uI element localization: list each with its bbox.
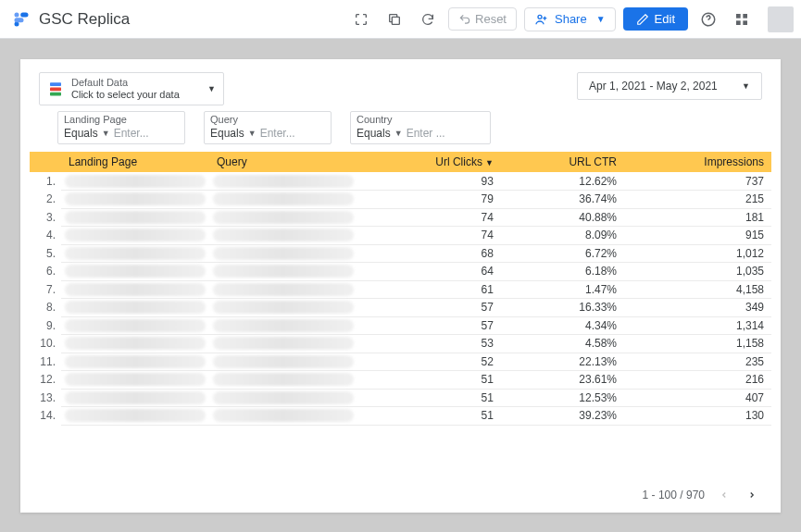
svg-rect-11 (50, 82, 61, 86)
cell-url-ctr: 12.62% (501, 172, 624, 191)
apps-icon[interactable] (729, 6, 755, 32)
copy-icon[interactable] (382, 6, 407, 32)
cell-url-clicks: 79 (357, 191, 501, 209)
data-selector-line1: Default Data (71, 77, 200, 89)
cell-url-ctr: 4.58% (501, 335, 624, 353)
cell-impressions: 407 (624, 389, 771, 407)
user-avatar[interactable] (768, 6, 794, 32)
row-index: 8. (30, 299, 61, 317)
refresh-icon[interactable] (415, 6, 441, 32)
col-url-clicks[interactable]: Url Clicks▼ (357, 152, 501, 172)
col-landing-page[interactable]: Landing Page (61, 152, 209, 172)
cell-landing-page (61, 407, 209, 426)
col-impressions[interactable]: Impressions (624, 152, 771, 172)
cell-url-clicks: 52 (357, 353, 501, 371)
svg-rect-8 (743, 14, 747, 19)
cell-query (209, 316, 357, 335)
table-row[interactable]: 10.534.58%1,158 (30, 335, 771, 353)
cell-impressions: 215 (624, 191, 771, 209)
svg-point-5 (538, 15, 542, 19)
cell-query (209, 244, 357, 263)
date-range-picker[interactable]: Apr 1, 2021 - May 2, 2021 ▼ (577, 72, 762, 100)
edit-label: Edit (655, 12, 675, 26)
row-index: 13. (30, 389, 61, 407)
cell-impressions: 1,035 (624, 263, 771, 281)
datastudio-logo-icon (11, 9, 31, 30)
table-row[interactable]: 1.9312.62%737 (30, 172, 771, 191)
cell-impressions: 4,158 (624, 280, 771, 299)
cell-landing-page (61, 299, 209, 317)
cell-impressions: 130 (624, 407, 771, 426)
pencil-icon (636, 13, 649, 26)
share-icon (534, 12, 549, 27)
cell-url-clicks: 74 (357, 208, 501, 227)
cell-url-ctr: 4.34% (501, 316, 624, 335)
pager-text: 1 - 100 / 970 (643, 489, 705, 501)
cell-landing-page (61, 244, 209, 263)
table-row[interactable]: 14.5139.23%130 (30, 407, 771, 426)
table-row[interactable]: 6.646.18%1,035 (30, 263, 771, 281)
col-url-ctr[interactable]: URL CTR (501, 152, 624, 172)
edit-button[interactable]: Edit (623, 7, 688, 31)
cell-landing-page (61, 353, 209, 371)
cell-query (209, 191, 357, 209)
cell-url-ctr: 6.72% (501, 244, 624, 263)
filter-value-input[interactable]: Enter... (260, 127, 325, 140)
data-selector[interactable]: Default Data Click to select your data ▼ (39, 72, 224, 105)
table-row[interactable]: 8.5716.33%349 (30, 299, 771, 317)
cell-landing-page (61, 371, 209, 390)
reset-button: Reset (448, 7, 517, 31)
filter-row: Landing Page Equals▼ Enter... Query Equa… (20, 105, 781, 152)
row-index: 14. (30, 407, 61, 426)
filter-country[interactable]: Country Equals▼ Enter ... (350, 111, 491, 144)
svg-rect-4 (392, 17, 399, 24)
chevron-down-icon: ▼ (596, 14, 606, 24)
share-button[interactable]: Share ▼ (524, 7, 616, 31)
cell-impressions: 737 (624, 172, 771, 191)
filter-landing-page[interactable]: Landing Page Equals▼ Enter... (57, 111, 185, 144)
col-query[interactable]: Query (209, 152, 357, 172)
cell-url-clicks: 64 (357, 263, 501, 281)
pager-next-button[interactable] (744, 487, 760, 503)
row-index: 1. (30, 172, 61, 191)
chevron-down-icon: ▼ (742, 81, 750, 91)
table-header-row: Landing Page Query Url Clicks▼ URL CTR I… (30, 152, 771, 172)
cell-url-ctr: 8.09% (501, 227, 624, 245)
data-table: Landing Page Query Url Clicks▼ URL CTR I… (30, 152, 771, 513)
cell-query (209, 371, 357, 390)
table-row[interactable]: 2.7936.74%215 (30, 191, 771, 209)
fullscreen-icon[interactable] (348, 6, 374, 32)
cell-query (209, 172, 357, 191)
table-row[interactable]: 9.574.34%1,314 (30, 316, 771, 335)
cell-url-ctr: 22.13% (501, 353, 624, 371)
table-row[interactable]: 3.7440.88%181 (30, 208, 771, 227)
cell-url-ctr: 40.88% (501, 208, 624, 227)
svg-rect-12 (50, 88, 61, 92)
cell-landing-page (61, 316, 209, 335)
cell-landing-page (61, 191, 209, 209)
cell-impressions: 915 (624, 227, 771, 245)
cell-impressions: 216 (624, 371, 771, 390)
cell-query (209, 208, 357, 227)
filter-value-input[interactable]: Enter... (114, 127, 179, 140)
table-row[interactable]: 4.748.09%915 (30, 227, 771, 245)
cell-url-clicks: 68 (357, 244, 501, 263)
help-icon[interactable] (695, 6, 721, 32)
cell-url-clicks: 51 (357, 389, 501, 407)
cell-query (209, 299, 357, 317)
cell-url-ctr: 1.47% (501, 280, 624, 299)
report-title[interactable]: GSC Replica (39, 10, 348, 29)
chevron-down-icon: ▼ (207, 84, 216, 93)
table-row[interactable]: 7.611.47%4,158 (30, 280, 771, 299)
table-row[interactable]: 12.5123.61%216 (30, 371, 771, 390)
cell-url-ctr: 16.33% (501, 299, 624, 317)
table-row[interactable]: 5.686.72%1,012 (30, 244, 771, 263)
cell-landing-page (61, 263, 209, 281)
filter-label: Country (357, 114, 484, 125)
filter-query[interactable]: Query Equals▼ Enter... (204, 111, 332, 144)
table-row[interactable]: 13.5112.53%407 (30, 389, 771, 407)
cell-query (209, 335, 357, 353)
table-row[interactable]: 11.5222.13%235 (30, 353, 771, 371)
filter-value-input[interactable]: Enter ... (407, 127, 484, 140)
cell-url-clicks: 74 (357, 227, 501, 245)
